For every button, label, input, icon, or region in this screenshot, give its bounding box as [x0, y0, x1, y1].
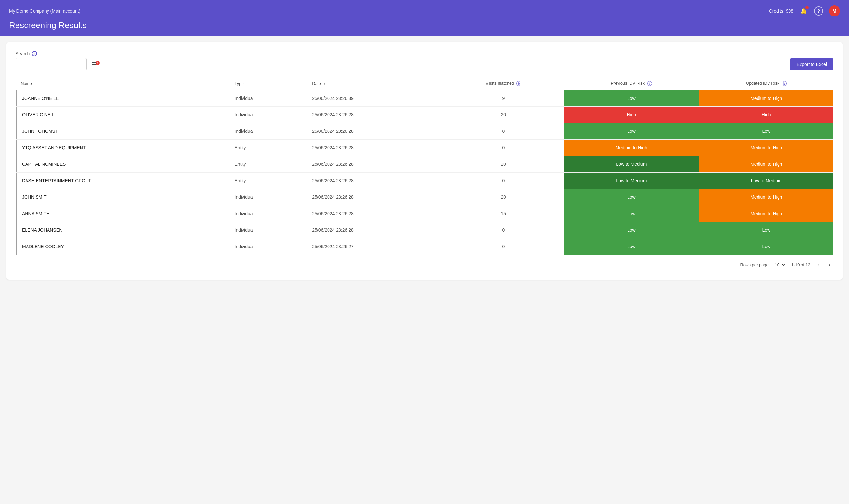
col-type: Type [229, 77, 307, 90]
credits-text: Credits: 998 [769, 8, 793, 14]
table-row[interactable]: JOHN SMITH Individual 25/06/2024 23:26:2… [16, 189, 833, 205]
prev-risk-badge: Low [564, 90, 699, 106]
notification-badge: 1 [805, 5, 809, 10]
row-indicator [16, 107, 17, 123]
row-indicator [16, 189, 17, 205]
cell-name: MADLENE COOLEY [16, 238, 229, 255]
main-content: Search b 1 Export to Excel Name Type [6, 42, 843, 280]
cell-lists: 0 [443, 140, 564, 156]
table-row[interactable]: DASH ENTERTAINMENT GROUP Entity 25/06/20… [16, 173, 833, 189]
export-to-excel-button[interactable]: Export to Excel [790, 58, 833, 70]
prev-risk-badge: Low [564, 205, 699, 222]
col-date[interactable]: Date ↑ [307, 77, 443, 90]
upd-risk-badge: Low [699, 222, 833, 238]
cell-name: ELENA JOHANSEN [16, 222, 229, 238]
cell-prev-risk: Low [564, 238, 699, 255]
cell-name: OLIVER O'NEILL [16, 107, 229, 123]
cell-prev-risk: Low [564, 123, 699, 140]
cell-date: 25/06/2024 23:26:28 [307, 189, 443, 205]
cell-type: Entity [229, 173, 307, 189]
search-section: Search b 1 Export to Excel [16, 51, 833, 70]
next-page-button[interactable]: › [826, 260, 832, 269]
search-input[interactable] [16, 58, 87, 70]
row-indicator [16, 123, 17, 139]
cell-lists: 0 [443, 238, 564, 255]
row-indicator [16, 205, 17, 222]
cell-prev-risk: High [564, 107, 699, 123]
col-lists: # lists matched b [443, 77, 564, 90]
table-row[interactable]: OLIVER O'NEILL Individual 25/06/2024 23:… [16, 107, 833, 123]
cell-date: 25/06/2024 23:26:28 [307, 140, 443, 156]
cell-prev-risk: Low [564, 90, 699, 107]
cell-prev-risk: Low [564, 189, 699, 205]
table-row[interactable]: JOANNE O'NEILL Individual 25/06/2024 23:… [16, 90, 833, 107]
cell-upd-risk: High [699, 107, 833, 123]
upd-risk-badge: Low to Medium [699, 173, 833, 189]
notification-bell-icon[interactable]: 🔔 1 [799, 6, 808, 16]
table-row[interactable]: JOHN TOHOMST Individual 25/06/2024 23:26… [16, 123, 833, 140]
cell-date: 25/06/2024 23:26:27 [307, 238, 443, 255]
upd-risk-badge: Medium to High [699, 140, 833, 156]
filter-button[interactable]: 1 [90, 61, 100, 68]
upd-risk-badge: Low [699, 123, 833, 139]
cell-lists: 20 [443, 107, 564, 123]
cell-lists: 0 [443, 123, 564, 140]
row-indicator [16, 140, 17, 156]
cell-prev-risk: Low to Medium [564, 156, 699, 173]
prev-page-button[interactable]: ‹ [815, 260, 821, 269]
prev-risk-badge: Low to Medium [564, 173, 699, 189]
table-row[interactable]: MADLENE COOLEY Individual 25/06/2024 23:… [16, 238, 833, 255]
table-row[interactable]: ANNA SMITH Individual 25/06/2024 23:26:2… [16, 205, 833, 222]
cell-type: Individual [229, 189, 307, 205]
cell-type: Individual [229, 107, 307, 123]
rows-per-page-select[interactable]: 10 25 50 [772, 262, 786, 268]
row-indicator [16, 156, 17, 172]
cell-name: JOHN SMITH [16, 189, 229, 205]
row-indicator [16, 90, 17, 106]
cell-name: ANNA SMITH [16, 205, 229, 222]
lists-info-icon[interactable]: b [516, 81, 521, 86]
cell-date: 25/06/2024 23:26:28 [307, 205, 443, 222]
table-row[interactable]: YTQ ASSET AND EQUIPMENT Entity 25/06/202… [16, 140, 833, 156]
prev-risk-badge: Medium to High [564, 140, 699, 156]
cell-type: Individual [229, 222, 307, 238]
upd-risk-badge: Medium to High [699, 205, 833, 222]
cell-upd-risk: Low [699, 222, 833, 238]
cell-prev-risk: Low to Medium [564, 173, 699, 189]
prev-risk-badge: Low [564, 123, 699, 139]
cell-type: Individual [229, 90, 307, 107]
prev-risk-badge: Low [564, 189, 699, 205]
cell-upd-risk: Medium to High [699, 205, 833, 222]
company-name: My Demo Company (Main account) [9, 8, 80, 14]
col-prev-risk: Previous IDV Risk b [564, 77, 699, 90]
cell-type: Individual [229, 205, 307, 222]
col-upd-risk: Updated IDV Risk b [699, 77, 833, 90]
rows-per-page-label: Rows per page: [740, 262, 769, 267]
help-icon[interactable]: ? [814, 6, 823, 16]
cell-lists: 9 [443, 90, 564, 107]
cell-lists: 20 [443, 189, 564, 205]
upd-risk-badge: Medium to High [699, 189, 833, 205]
cell-type: Entity [229, 156, 307, 173]
rows-per-page: Rows per page: 10 25 50 [740, 262, 786, 268]
upd-risk-badge: High [699, 107, 833, 123]
user-avatar[interactable]: M [829, 5, 840, 17]
cell-upd-risk: Medium to High [699, 90, 833, 107]
table-row[interactable]: ELENA JOHANSEN Individual 25/06/2024 23:… [16, 222, 833, 238]
cell-name: JOHN TOHOMST [16, 123, 229, 140]
prev-risk-info-icon[interactable]: b [647, 81, 652, 86]
cell-name: YTQ ASSET AND EQUIPMENT [16, 140, 229, 156]
table-row[interactable]: CAPITAL NOMINEES Entity 25/06/2024 23:26… [16, 156, 833, 173]
cell-lists: 0 [443, 173, 564, 189]
filter-badge: 1 [96, 61, 100, 65]
page-info: 1-10 of 12 [791, 262, 810, 267]
cell-date: 25/06/2024 23:26:28 [307, 173, 443, 189]
prev-risk-badge: Low [564, 222, 699, 238]
upd-risk-info-icon[interactable]: b [782, 81, 786, 86]
prev-risk-badge: Low to Medium [564, 156, 699, 172]
search-info-icon[interactable]: b [32, 51, 37, 56]
page-title: Rescreening Results [9, 20, 840, 30]
row-indicator [16, 173, 17, 189]
cell-prev-risk: Low [564, 205, 699, 222]
table-header-row: Name Type Date ↑ # lists matched b Previ… [16, 77, 833, 90]
